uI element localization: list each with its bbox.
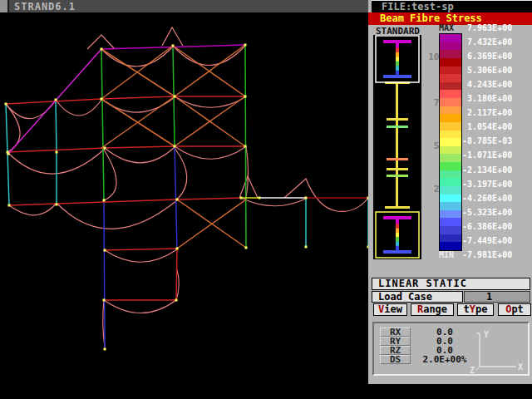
beam-section-strip[interactable] bbox=[373, 35, 421, 259]
model-viewport[interactable] bbox=[0, 0, 370, 399]
scale-value: 5.306E+00 bbox=[462, 66, 512, 75]
scale-value: -7.981E+00 bbox=[462, 250, 512, 259]
load-case-row: Load Case 1 bbox=[372, 291, 530, 303]
scale-value-row: MIN-7.981E+00 bbox=[439, 250, 530, 262]
load-case-label: Load Case bbox=[372, 291, 463, 303]
moment-diagram-curve bbox=[105, 249, 177, 262]
node-marker bbox=[103, 299, 106, 302]
scale-value: -2.134E+00 bbox=[462, 165, 512, 175]
frame-member bbox=[105, 146, 175, 148]
menu-item-range[interactable]: Range bbox=[411, 303, 454, 316]
scale-value-row: -2.134E+00 bbox=[439, 165, 530, 177]
scale-value-row: -6.386E+00 bbox=[439, 222, 530, 234]
frame-member bbox=[105, 249, 177, 250]
moment-diagram-curve bbox=[104, 150, 116, 200]
node-marker bbox=[240, 197, 243, 200]
moment-diagram-curve bbox=[175, 96, 245, 107]
frame-member bbox=[104, 200, 105, 349]
node-marker bbox=[175, 299, 178, 302]
frame-member bbox=[9, 200, 177, 205]
section-flange bbox=[387, 126, 408, 128]
solver-type-bar: LINEAR STATIC bbox=[372, 278, 530, 290]
moment-diagram-curve bbox=[104, 300, 176, 313]
node-marker bbox=[55, 99, 57, 101]
node-marker bbox=[305, 246, 308, 249]
frame-member bbox=[101, 96, 175, 148]
scale-value-row: -1.071E+00 bbox=[439, 150, 530, 162]
frame-member bbox=[175, 146, 177, 249]
frame-member bbox=[7, 152, 9, 205]
node-marker bbox=[259, 197, 261, 200]
scale-value: 1.054E+00 bbox=[462, 122, 512, 131]
node-marker bbox=[56, 151, 58, 154]
node-marker bbox=[56, 204, 58, 206]
node-marker bbox=[103, 200, 106, 202]
load-case-value[interactable]: 1 bbox=[464, 291, 530, 303]
moment-diagram-curve bbox=[175, 146, 245, 159]
scale-max-label: MAX bbox=[439, 23, 462, 32]
moment-diagram-curve bbox=[241, 198, 306, 206]
node-marker bbox=[5, 103, 7, 106]
scale-value: -1.071E+00 bbox=[462, 150, 512, 160]
scale-value: 7.963E+00 bbox=[462, 23, 512, 32]
node-marker bbox=[101, 48, 103, 51]
node-marker bbox=[245, 247, 248, 249]
scale-value-row: 5.306E+00 bbox=[439, 66, 530, 77]
moment-diagram-curve bbox=[239, 176, 258, 198]
moment-diagram-curve bbox=[162, 27, 183, 46]
menu-item-view[interactable]: View bbox=[373, 303, 407, 316]
node-marker bbox=[104, 249, 106, 252]
moment-diagram-curve bbox=[105, 147, 175, 163]
scale-value-row: 6.369E+00 bbox=[439, 52, 530, 63]
section-flange bbox=[387, 118, 408, 121]
scale-value: 3.180E+00 bbox=[462, 94, 512, 103]
frame-member bbox=[101, 49, 175, 96]
menu-item-type[interactable]: tYpe bbox=[457, 303, 494, 316]
node-marker bbox=[104, 147, 106, 150]
scale-value: 6.369E+00 bbox=[462, 52, 512, 61]
node-marker bbox=[172, 45, 175, 47]
frame-member bbox=[176, 249, 177, 300]
titlebar-corner-icon bbox=[0, 0, 9, 12]
node-marker bbox=[244, 96, 247, 98]
node-marker bbox=[174, 145, 176, 148]
frame-member bbox=[101, 49, 104, 200]
frame-member bbox=[101, 96, 175, 99]
app-titlebar: STRAND6.1 bbox=[0, 0, 368, 12]
node-marker bbox=[176, 248, 179, 250]
menu-item-opt[interactable]: Opt bbox=[498, 303, 531, 316]
node-marker bbox=[305, 197, 308, 200]
section-flange bbox=[387, 158, 408, 160]
node-marker bbox=[244, 44, 247, 47]
frame-member bbox=[6, 104, 7, 152]
moment-diagram-curve bbox=[87, 35, 115, 49]
scale-value: -7.449E+00 bbox=[462, 236, 512, 245]
legend-panel: STANDARD 1007550250 MAX 7.963E+00 7.432E… bbox=[368, 25, 532, 384]
frame-member bbox=[56, 100, 57, 152]
scale-value-row: MAX 7.963E+00 bbox=[439, 23, 530, 35]
scale-min-label: MIN bbox=[439, 250, 462, 259]
scale-value: -8.785E-03 bbox=[462, 136, 512, 145]
app-title: STRAND6.1 bbox=[9, 1, 76, 12]
file-name-bar: FILE:test-sp bbox=[372, 0, 532, 12]
scale-value-row: 2.117E+00 bbox=[439, 108, 530, 120]
scale-value: 4.243E+00 bbox=[462, 80, 512, 89]
section-flange bbox=[387, 168, 408, 170]
moment-diagram-curve bbox=[57, 200, 177, 229]
scale-value-row: -8.785E-03 bbox=[439, 136, 530, 148]
scale-value-row: 3.180E+00 bbox=[439, 94, 530, 106]
scale-value-row: 1.054E+00 bbox=[439, 122, 530, 134]
scale-value-row: -3.197E+00 bbox=[439, 180, 530, 191]
node-marker bbox=[101, 98, 103, 101]
section-web bbox=[396, 82, 398, 207]
scale-value: -6.386E+00 bbox=[462, 222, 512, 231]
node-marker bbox=[244, 145, 247, 148]
node-marker bbox=[7, 153, 10, 155]
scale-value: -3.197E+00 bbox=[462, 180, 512, 189]
status-label-ds[interactable]: DS bbox=[380, 355, 411, 364]
axis-triad-icon: YXZ bbox=[463, 327, 523, 375]
scale-value: 7.432E+00 bbox=[462, 37, 512, 47]
node-marker bbox=[104, 348, 106, 351]
scale-value-row: 4.243E+00 bbox=[439, 80, 530, 91]
node-marker bbox=[8, 204, 11, 207]
